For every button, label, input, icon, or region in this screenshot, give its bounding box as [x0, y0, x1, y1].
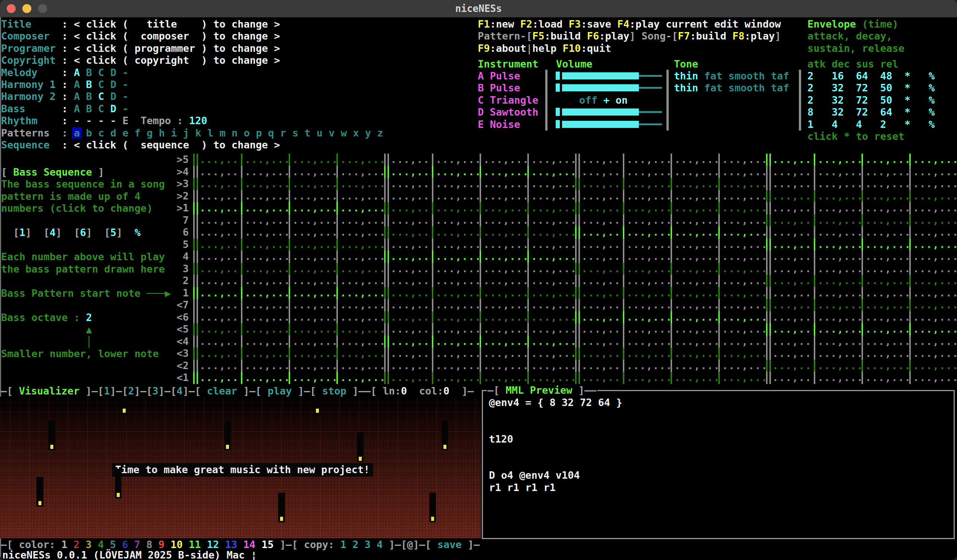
- grid-cell[interactable]: ...,...: [623, 251, 671, 263]
- grid-cell[interactable]: ...,...: [623, 263, 671, 275]
- grid-cell[interactable]: ...,...: [432, 299, 480, 311]
- grid-cell[interactable]: ...,...: [384, 372, 432, 384]
- grid-cell[interactable]: ...,...: [289, 287, 336, 300]
- track-option[interactable]: -: [122, 67, 135, 78]
- grid-cell[interactable]: ...,...: [671, 166, 718, 178]
- menu-line-1[interactable]: F1:new F2:load F3:save F4:play current e…: [478, 18, 781, 30]
- grid-cell[interactable]: ...,...: [766, 299, 814, 311]
- grid-cell[interactable]: ...,...: [671, 336, 718, 348]
- grid-cell[interactable]: ...,...: [718, 215, 766, 227]
- grid-cell[interactable]: ...,...: [384, 251, 432, 263]
- grid-cell[interactable]: ...,...: [289, 178, 336, 190]
- grid-cell[interactable]: ...,...: [480, 372, 527, 384]
- grid-cell[interactable]: ...,...: [575, 275, 623, 287]
- grid-cell[interactable]: ...,...: [909, 360, 957, 372]
- grid-cell[interactable]: ...,...: [671, 190, 718, 202]
- grid-cell[interactable]: ...,...: [766, 275, 814, 287]
- grid-cell[interactable]: ...,...: [814, 178, 862, 190]
- track-option[interactable]: A: [74, 67, 86, 78]
- grid-cell[interactable]: ...,...: [193, 178, 241, 190]
- grid-cell[interactable]: ...,...: [718, 178, 766, 190]
- grid-cell[interactable]: ...,...: [384, 178, 432, 190]
- grid-cell[interactable]: ...,...: [814, 347, 862, 360]
- track-option[interactable]: A: [74, 103, 86, 114]
- grid-cell[interactable]: ...,...: [336, 238, 384, 251]
- pattern-letter[interactable]: t: [304, 127, 310, 139]
- grid-cell[interactable]: ...,...: [766, 238, 814, 251]
- grid-cell[interactable]: ...,...: [909, 336, 957, 348]
- grid-cell[interactable]: ...,...: [336, 263, 384, 275]
- grid-cell[interactable]: ...,...: [289, 360, 336, 372]
- grid-cell[interactable]: ...,...: [862, 154, 909, 166]
- grid-cell[interactable]: ...,...: [623, 360, 671, 372]
- grid-cell[interactable]: ...,...: [814, 275, 862, 287]
- grid-cell[interactable]: ...,...: [623, 287, 671, 300]
- grid-cell[interactable]: ...,...: [575, 215, 623, 227]
- grid-cell[interactable]: ...,...: [862, 323, 909, 336]
- grid-cell[interactable]: ...,...: [862, 238, 909, 251]
- grid-cell[interactable]: ...,...: [718, 238, 766, 251]
- grid-cell[interactable]: ...,...: [862, 226, 909, 238]
- grid-cell[interactable]: ...,...: [241, 275, 289, 287]
- grid-cell[interactable]: ...,...: [814, 166, 862, 178]
- grid-cell[interactable]: ...,...: [766, 372, 814, 384]
- grid-cell[interactable]: ...,...: [527, 238, 575, 251]
- pattern-letter[interactable]: z: [377, 127, 383, 139]
- pattern-letter[interactable]: x: [353, 127, 359, 139]
- grid-cell[interactable]: ...,...: [671, 251, 718, 263]
- pattern-letter[interactable]: f: [135, 127, 141, 139]
- grid-cell[interactable]: ...,...: [862, 275, 909, 287]
- grid-cell[interactable]: ...,...: [289, 215, 336, 227]
- grid-cell[interactable]: ...,...: [527, 154, 575, 166]
- grid-cell[interactable]: ...,...: [671, 299, 718, 311]
- grid-cell[interactable]: ...,...: [623, 311, 671, 323]
- grid-cell[interactable]: ...,...: [909, 347, 957, 360]
- grid-cell[interactable]: ...,...: [384, 287, 432, 300]
- grid-cell[interactable]: ...,...: [909, 372, 957, 384]
- grid-cell[interactable]: ...,...: [718, 372, 766, 384]
- grid-cell[interactable]: ...,...: [480, 226, 527, 238]
- volume-slider-knob[interactable]: [556, 120, 560, 128]
- meta-field-programer[interactable]: Programer : < click ( programmer ) to ch…: [1, 42, 280, 54]
- grid-cell[interactable]: ...,...: [289, 372, 336, 384]
- grid-cell[interactable]: ...,...: [193, 263, 241, 275]
- grid-cell[interactable]: ...,...: [623, 226, 671, 238]
- grid-cell[interactable]: ...,...: [241, 178, 289, 190]
- grid-cell[interactable]: ...,...: [289, 202, 336, 215]
- grid-cell[interactable]: ...,...: [575, 154, 623, 166]
- grid-cell[interactable]: ...,...: [623, 299, 671, 311]
- pattern-letter[interactable]: u: [317, 127, 322, 139]
- grid-cell[interactable]: ...,...: [671, 287, 718, 300]
- grid-cell[interactable]: ...,...: [766, 263, 814, 275]
- grid-cell[interactable]: ...,...: [671, 360, 718, 372]
- grid-cell[interactable]: ...,...: [384, 238, 432, 251]
- grid-cell[interactable]: ...,...: [336, 287, 384, 300]
- grid-cell[interactable]: ...,...: [814, 190, 862, 202]
- grid-cell[interactable]: ...,...: [575, 166, 623, 178]
- grid-cell[interactable]: ...,...: [241, 215, 289, 227]
- grid-cell[interactable]: ...,...: [862, 263, 909, 275]
- grid-cell[interactable]: ...,...: [193, 336, 241, 348]
- pattern-letter[interactable]: d: [111, 127, 116, 139]
- instrument-d[interactable]: D Sawtooth: [478, 106, 539, 118]
- pattern-letter[interactable]: l: [207, 127, 213, 139]
- grid-cell[interactable]: ...,...: [623, 275, 671, 287]
- grid-cell[interactable]: ...,...: [241, 238, 289, 251]
- bass-octave-row[interactable]: Bass octave : 2: [1, 311, 92, 323]
- track-option[interactable]: B: [86, 103, 98, 114]
- grid-cell[interactable]: ...,...: [766, 323, 814, 336]
- grid-cell[interactable]: ...,...: [241, 226, 289, 238]
- grid-cell[interactable]: ...,...: [336, 215, 384, 227]
- grid-cell[interactable]: ...,...: [814, 215, 862, 227]
- grid-cell[interactable]: ...,...: [671, 323, 718, 336]
- envelope-values-row[interactable]: 2 16 64 48 * %: [807, 70, 935, 82]
- grid-cell[interactable]: ...,...: [432, 347, 480, 360]
- grid-cell[interactable]: ...,...: [766, 226, 814, 238]
- grid-cell[interactable]: ...,...: [193, 215, 241, 227]
- grid-cell[interactable]: ...,...: [336, 299, 384, 311]
- grid-cell[interactable]: ...,...: [432, 275, 480, 287]
- grid-cell[interactable]: ...,...: [671, 263, 718, 275]
- grid-cell[interactable]: ...,...: [384, 202, 432, 215]
- grid-cell[interactable]: ...,...: [480, 251, 527, 263]
- grid-cell[interactable]: ...,...: [432, 263, 480, 275]
